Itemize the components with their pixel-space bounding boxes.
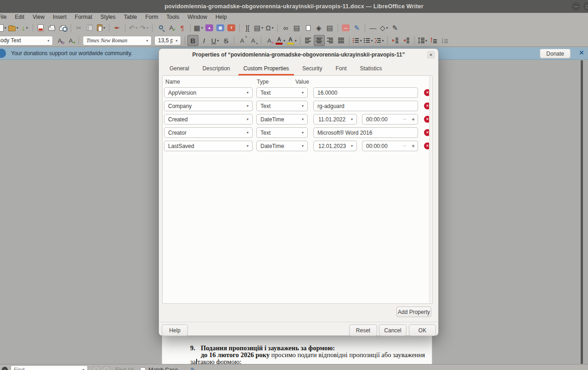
minimize-button[interactable]: — [572,2,580,11]
property-name-select[interactable]: Creator▾ [164,127,253,138]
font-color-button[interactable]: A▾ [275,35,286,46]
property-name-select[interactable]: Created▾ [164,114,253,125]
find-input[interactable] [11,367,79,370]
highlight-color-button[interactable]: A▾ [286,35,298,46]
bold-button[interactable]: B [187,35,198,46]
insert-textbox-icon[interactable]: T [226,23,237,34]
menu-table[interactable]: Table [120,14,141,20]
donate-button[interactable]: Donate [540,49,571,58]
time-decrement-button[interactable]: − [400,143,409,149]
superscript-button[interactable]: A² [237,35,248,46]
help-button[interactable]: Help [162,324,188,336]
font-size-combo[interactable]: 13,5 pt▾ [154,36,181,46]
insert-image-icon[interactable]: ▴ [204,23,215,34]
subscript-button[interactable]: A₂ [248,35,259,46]
horizontal-line-icon[interactable]: — [368,23,379,34]
property-name-select[interactable]: AppVersion▾ [164,87,253,98]
property-value-input[interactable] [313,127,418,138]
new-style-icon[interactable]: A+ [65,35,76,46]
italic-button[interactable]: I [198,35,209,46]
match-case-checkbox[interactable] [140,367,146,370]
paragraph-style-combo[interactable]: Body Text▾ [0,36,53,46]
new-document-icon[interactable]: ▾ [0,23,7,34]
cross-reference-icon[interactable]: ▤ [324,23,335,34]
align-right-button[interactable] [325,35,336,46]
menu-window[interactable]: Window [183,14,211,20]
para-space-increase-button[interactable] [428,35,439,46]
property-time-spinner[interactable]: 00:00:00 − + [362,114,418,125]
tab-security[interactable]: Security [297,63,327,75]
decrease-indent-button[interactable] [401,35,412,46]
tab-general[interactable]: General [164,63,194,75]
bullet-list-button[interactable]: ▾ [352,35,363,46]
menu-tools[interactable]: Tools [162,14,183,20]
property-type-select[interactable]: DateTime▾ [256,114,308,125]
save-icon[interactable]: ↓▾ [19,23,30,34]
justify-button[interactable] [336,35,347,46]
property-time-spinner[interactable]: 00:00:00 − + [362,141,418,151]
update-style-icon[interactable]: A↻ [54,35,65,46]
insert-table-icon[interactable]: ▦▾ [193,23,204,34]
formatting-marks-icon[interactable]: ¶ [177,23,188,34]
menu-form[interactable]: Form [141,14,162,20]
special-character-icon[interactable]: Ω▾ [264,23,275,34]
property-type-select[interactable]: Text▾ [256,101,308,111]
font-name-combo[interactable]: Times New Roman▾ [83,36,152,46]
find-history-chevron-icon[interactable]: ▾ [79,368,87,370]
open-icon[interactable]: ▾ [7,23,19,34]
increase-indent-button[interactable] [390,35,401,46]
maximize-button[interactable]: ▢ [583,2,588,11]
property-value-input[interactable] [313,87,418,98]
redo-icon[interactable]: ↷▾ [139,23,150,34]
insert-chart-icon[interactable]: ▥ [215,23,226,34]
clone-formatting-icon[interactable]: ✒ [112,23,123,34]
property-date-select[interactable]: 11.01.2022▾ [313,114,357,125]
menu-file[interactable]: File [0,14,11,20]
copy-icon[interactable] [85,23,96,34]
menu-edit[interactable]: Edit [11,14,28,20]
insert-bookmark-icon[interactable]: ◈ [313,23,324,34]
track-changes-icon[interactable]: ✎ [351,23,362,34]
menu-format[interactable]: Format [71,14,96,20]
character-highlight-icon[interactable]: A● [264,35,275,46]
property-type-select[interactable]: DateTime▾ [256,141,308,151]
numbered-list-button[interactable]: ▾ [363,35,374,46]
time-increment-button[interactable]: + [409,143,418,149]
vertical-scrollbar[interactable] [581,60,583,364]
draw-pencil-icon[interactable]: ✎ [390,23,401,34]
property-name-select[interactable]: LastSaved▾ [164,141,253,151]
find-replace-icon[interactable] [155,23,166,34]
tab-custom-properties[interactable]: Custom Properties [238,63,294,75]
tab-description[interactable]: Description [198,63,235,75]
align-center-button[interactable] [314,35,325,46]
time-decrement-button[interactable]: − [400,116,409,122]
close-findbar-button[interactable]: × [2,367,8,370]
menu-help[interactable]: Help [211,14,231,20]
find-all-button[interactable]: Find All [115,367,133,370]
page-break-icon[interactable]: ][ [242,23,253,34]
paste-icon[interactable]: ▾ [96,23,107,34]
strikethrough-button[interactable]: S [220,35,232,46]
insert-footnote-icon[interactable]: ▤ [291,23,302,34]
line-spacing-button[interactable]: ▾ [417,35,428,46]
time-increment-button[interactable]: + [409,116,418,122]
hyperlink-icon[interactable]: ∞ [280,23,291,34]
cancel-button[interactable]: Cancel [379,324,407,336]
property-date-select[interactable]: 12.01.2023▾ [313,141,357,151]
menu-view[interactable]: View [28,14,49,20]
tab-font[interactable]: Font [330,63,351,75]
property-name-select[interactable]: Company▾ [164,101,253,111]
infobar-close-icon[interactable]: × [579,48,584,57]
basic-shapes-icon[interactable]: ◇▾ [379,23,390,34]
property-value-input[interactable] [313,101,418,111]
insert-comment-icon[interactable]: — [340,23,351,34]
align-left-button[interactable] [303,35,314,46]
add-property-button[interactable]: Add Property [396,307,431,317]
insert-endnote-icon[interactable] [302,23,313,34]
properties-scrollbar-track[interactable] [429,76,432,303]
dialog-close-button[interactable]: × [427,51,435,58]
para-space-decrease-button[interactable] [439,35,450,46]
insert-field-icon[interactable]: ▤▾ [253,23,264,34]
find-replace-pencil-icon[interactable]: ✎ [190,366,196,370]
reset-button[interactable]: Reset [349,324,377,336]
